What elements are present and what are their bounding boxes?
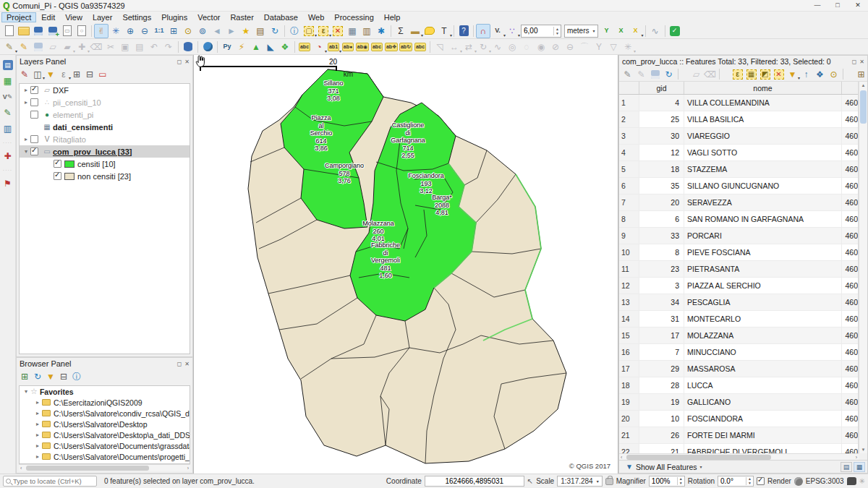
locate-input[interactable] xyxy=(13,477,85,485)
plugin-terrain-icon[interactable]: ▲ xyxy=(249,40,263,54)
field-calculator-icon[interactable]: ▥ xyxy=(359,24,374,38)
table-row[interactable]: 4 12 VAGLI SOTTO 460 xyxy=(619,145,858,161)
scroll-down-icon[interactable]: ▼ xyxy=(859,446,867,453)
messages-icon[interactable] xyxy=(847,477,856,485)
spinner-arrows-icon[interactable]: ▲▼ xyxy=(553,27,561,35)
form-view-toggle[interactable]: ▤ xyxy=(841,462,852,472)
table-row[interactable]: 12 3 PIAZZA AL SERCHIO 460 xyxy=(619,278,858,294)
change-label-icon[interactable]: abc xyxy=(413,40,427,54)
topological-editing-icon[interactable]: Y xyxy=(600,24,614,38)
toggle-editing-icon[interactable]: ✎ xyxy=(17,40,31,54)
plugin-lightning-icon[interactable]: ⚡ xyxy=(234,40,249,54)
add-feature-table-icon[interactable]: ▱ xyxy=(689,67,703,81)
epsg-code[interactable]: EPSG:3003 xyxy=(806,477,844,485)
add-mssql-layer-icon[interactable]: ▥ xyxy=(1,121,15,136)
manage-map-themes-icon[interactable]: ◫ xyxy=(31,68,44,81)
pan-to-selection-table-icon[interactable]: ❖ xyxy=(813,67,827,81)
zoom-in-icon[interactable]: ⊕ xyxy=(123,24,137,38)
expand-all-icon[interactable]: ⊞ xyxy=(70,68,83,81)
rotate-feature-icon[interactable]: ↻ xyxy=(476,40,490,54)
float-panel-icon[interactable]: ◻ xyxy=(177,59,182,65)
table-row[interactable]: 19 19 GALLICANO 460 xyxy=(619,394,858,411)
mouse-position-icon[interactable]: ↖ xyxy=(527,477,533,485)
locate-search-box[interactable] xyxy=(3,476,97,487)
open-attribute-table-icon[interactable]: ▦ xyxy=(345,24,359,38)
plugin-profile-icon[interactable]: ◣ xyxy=(263,40,278,54)
filter-select-icon[interactable]: ▼ xyxy=(786,67,799,81)
delete-selected-icon[interactable]: ⌫ xyxy=(89,40,103,54)
simplify-feature-icon[interactable]: ∿ xyxy=(490,40,505,54)
layout-manager-icon[interactable]: ○ xyxy=(75,24,89,38)
layer-pii-censiti[interactable]: ▸ ∴ pii_censiti_10 xyxy=(20,96,190,108)
layer-elementi-pi[interactable]: ● elementi_pi xyxy=(20,108,190,121)
current-edits-icon[interactable]: ✎ xyxy=(2,40,17,54)
expander-icon[interactable]: ▾ xyxy=(22,388,30,395)
new-field-icon[interactable]: ⊞ xyxy=(854,67,868,81)
filter-legend-expression-icon[interactable]: ε xyxy=(57,68,70,81)
avoid-intersections-icon[interactable]: X xyxy=(614,24,629,38)
scale-select[interactable]: 1:317.284 ▾ xyxy=(557,476,603,487)
delete-ring-icon[interactable]: ⊘ xyxy=(548,40,563,54)
expander-icon[interactable]: ▸ xyxy=(33,442,42,449)
new-bookmark-icon[interactable]: ★ xyxy=(239,24,253,38)
zoom-to-layer-icon[interactable]: ⊚ xyxy=(195,24,210,38)
redo-icon[interactable]: ↷ xyxy=(161,40,176,54)
remove-layer-icon[interactable]: ▭ xyxy=(96,68,109,81)
table-row[interactable]: 9 33 PORCARI 460 xyxy=(619,228,858,244)
menu-item[interactable]: Layer xyxy=(88,12,118,22)
legend-censiti[interactable]: censiti [10] xyxy=(20,158,190,170)
browser-hscrollbar[interactable]: ‹ › xyxy=(19,464,190,471)
merge-features-icon[interactable]: ▽ xyxy=(606,40,621,54)
green-plugin-icon[interactable]: ✓ xyxy=(668,24,682,38)
close-panel-icon[interactable]: ✕ xyxy=(859,59,864,65)
menu-item[interactable]: Edit xyxy=(36,12,60,22)
delete-selected-table-icon[interactable]: ⌫ xyxy=(703,67,717,81)
save-project-as-icon[interactable]: + xyxy=(46,24,60,38)
map-canvas[interactable]: 0 20 km Sillano3713,08PiazzaalSerchio614… xyxy=(193,55,618,474)
labeling-options-icon[interactable]: ab1 xyxy=(326,40,341,54)
menu-item[interactable]: Plugins xyxy=(156,12,192,22)
browser-favorites[interactable]: ▾ ☆ Favorites xyxy=(20,386,190,397)
snapping-tolerance-value[interactable] xyxy=(522,27,553,35)
data-source-manager-icon[interactable]: ▤ xyxy=(1,58,15,72)
menu-item[interactable]: Raster xyxy=(225,12,258,22)
metasearch-icon[interactable]: w xyxy=(200,40,215,54)
zoom-to-selection-icon[interactable]: ⊙ xyxy=(181,24,195,38)
scroll-left-icon[interactable]: ‹ xyxy=(20,465,22,471)
expander-icon[interactable]: ▸ xyxy=(22,136,30,142)
browser-folder[interactable]: ▸ ☆ C:\Users\Salvatore\Desktop xyxy=(20,419,190,429)
table-row[interactable]: 10 8 PIEVE FOSCIANA 460 xyxy=(619,244,858,261)
snapping-tolerance-input[interactable]: ▲▼ xyxy=(521,25,561,38)
options-gear-icon[interactable]: ✱ xyxy=(374,24,388,38)
scroll-up-icon[interactable]: ▲ xyxy=(859,82,867,89)
snap-on-intersection-icon[interactable]: X xyxy=(629,24,643,38)
db-manager-icon[interactable]: db xyxy=(181,40,195,54)
deselect-features-icon[interactable]: ✕ xyxy=(331,24,345,38)
menu-item[interactable]: Vector xyxy=(192,12,225,22)
elevation-profile-icon[interactable]: ∿ xyxy=(648,24,663,38)
move-feature-icon[interactable]: ↔ xyxy=(447,40,461,54)
maximize-button[interactable]: □ xyxy=(827,0,848,11)
table-row[interactable]: 5 18 STAZZEMA 460 xyxy=(619,161,858,178)
menu-item[interactable]: Settings xyxy=(117,12,156,22)
minimize-button[interactable]: — xyxy=(807,0,827,11)
browser-folder[interactable]: ▸ ☆ C:\Users\Salvatore\condiv_rcsa\QGIS_… xyxy=(20,408,190,419)
table-row[interactable]: 18 28 LUCCA 460 xyxy=(619,377,858,394)
filter-browser-icon[interactable]: ▼ xyxy=(44,370,57,383)
reload-table-icon[interactable]: ↻ xyxy=(662,67,676,81)
crs-globe-icon[interactable] xyxy=(794,477,803,486)
layer-checkbox[interactable] xyxy=(30,98,38,106)
toggle-editing-table-icon[interactable]: ✎ xyxy=(621,67,634,81)
save-layer-edits-icon[interactable] xyxy=(31,40,46,54)
highlight-labels-icon[interactable]: ab◉ xyxy=(355,40,370,54)
table-row[interactable]: 2 25 VILLA BASILICA 460 xyxy=(619,111,858,128)
rotation-input[interactable] xyxy=(718,477,746,485)
menu-item[interactable]: Help xyxy=(379,12,406,22)
rotate-point-symbols-icon[interactable]: ✳ xyxy=(621,40,635,54)
menu-item[interactable]: Project xyxy=(1,12,36,22)
scroll-right-icon[interactable]: › xyxy=(187,465,189,471)
text-annotation-icon[interactable]: T xyxy=(437,24,451,38)
table-row[interactable]: 14 31 MONTECARLO 460 xyxy=(619,311,858,328)
cut-features-icon[interactable]: ✂ xyxy=(103,40,118,54)
layer-ritagliato[interactable]: ▸ V Ritagliato xyxy=(20,133,190,145)
